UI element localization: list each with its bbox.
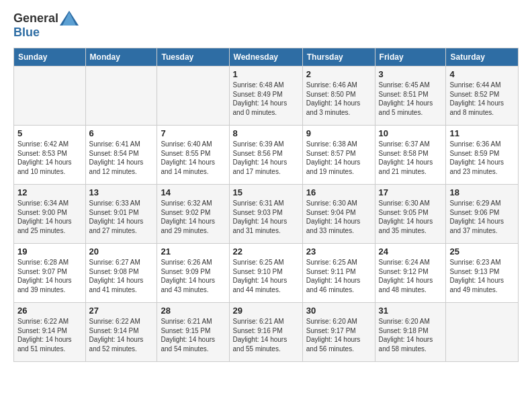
calendar-cell (14, 66, 86, 126)
day-number: 6 (89, 128, 154, 138)
day-info: Sunrise: 6:24 AMSunset: 9:12 PMDaylight:… (379, 258, 443, 294)
day-info: Sunrise: 6:22 AMSunset: 9:14 PMDaylight:… (17, 317, 82, 353)
calendar-cell: 22Sunrise: 6:25 AMSunset: 9:10 PMDayligh… (229, 244, 302, 303)
calendar-cell: 9Sunrise: 6:38 AMSunset: 8:57 PMDaylight… (302, 126, 375, 185)
calendar-cell: 28Sunrise: 6:21 AMSunset: 9:15 PMDayligh… (157, 303, 229, 362)
day-number: 4 (449, 69, 515, 79)
calendar-cell: 16Sunrise: 6:30 AMSunset: 9:04 PMDayligh… (302, 185, 375, 244)
day-info: Sunrise: 6:34 AMSunset: 9:00 PMDaylight:… (17, 199, 82, 235)
day-info: Sunrise: 6:30 AMSunset: 9:04 PMDaylight:… (306, 199, 371, 235)
calendar-cell (446, 303, 519, 362)
logo: GeneralBlue (13, 11, 79, 40)
day-number: 31 (379, 306, 443, 316)
calendar-cell: 31Sunrise: 6:20 AMSunset: 9:18 PMDayligh… (375, 303, 446, 362)
weekday-header: Friday (375, 48, 446, 66)
calendar-cell: 5Sunrise: 6:42 AMSunset: 8:53 PMDaylight… (14, 126, 86, 185)
day-info: Sunrise: 6:38 AMSunset: 8:57 PMDaylight:… (306, 140, 371, 176)
day-info: Sunrise: 6:44 AMSunset: 8:52 PMDaylight:… (449, 81, 515, 117)
calendar-cell: 11Sunrise: 6:36 AMSunset: 8:59 PMDayligh… (446, 126, 519, 185)
calendar-cell: 12Sunrise: 6:34 AMSunset: 9:00 PMDayligh… (14, 185, 86, 244)
day-info: Sunrise: 6:31 AMSunset: 9:03 PMDaylight:… (233, 199, 299, 235)
calendar-cell: 17Sunrise: 6:30 AMSunset: 9:05 PMDayligh… (375, 185, 446, 244)
calendar-row: 5Sunrise: 6:42 AMSunset: 8:53 PMDaylight… (14, 126, 519, 185)
header: GeneralBlue (13, 11, 519, 40)
day-info: Sunrise: 6:40 AMSunset: 8:55 PMDaylight:… (161, 140, 225, 176)
weekday-header: Tuesday (157, 48, 229, 66)
day-info: Sunrise: 6:30 AMSunset: 9:05 PMDaylight:… (379, 199, 443, 235)
calendar-cell: 20Sunrise: 6:27 AMSunset: 9:08 PMDayligh… (85, 244, 157, 303)
day-number: 27 (89, 306, 154, 316)
calendar-cell: 1Sunrise: 6:48 AMSunset: 8:49 PMDaylight… (229, 66, 302, 126)
day-number: 17 (379, 187, 443, 197)
calendar-cell: 21Sunrise: 6:26 AMSunset: 9:09 PMDayligh… (157, 244, 229, 303)
day-number: 21 (161, 246, 225, 257)
day-info: Sunrise: 6:27 AMSunset: 9:08 PMDaylight:… (89, 258, 154, 294)
day-number: 20 (89, 246, 154, 257)
day-number: 15 (233, 187, 299, 197)
weekday-header: Thursday (302, 48, 375, 66)
day-number: 16 (306, 187, 371, 197)
day-number: 14 (161, 187, 225, 197)
day-number: 3 (379, 69, 443, 79)
day-number: 22 (233, 246, 299, 257)
logo-icon (60, 11, 79, 26)
day-info: Sunrise: 6:20 AMSunset: 9:18 PMDaylight:… (379, 317, 443, 353)
day-info: Sunrise: 6:25 AMSunset: 9:11 PMDaylight:… (306, 258, 371, 294)
calendar-row: 1Sunrise: 6:48 AMSunset: 8:49 PMDaylight… (14, 66, 519, 126)
weekday-header: Wednesday (229, 48, 302, 66)
day-number: 5 (17, 128, 82, 138)
weekday-header: Sunday (14, 48, 86, 66)
calendar-cell: 8Sunrise: 6:39 AMSunset: 8:56 PMDaylight… (229, 126, 302, 185)
calendar-cell: 29Sunrise: 6:21 AMSunset: 9:16 PMDayligh… (229, 303, 302, 362)
day-number: 7 (161, 128, 225, 138)
day-number: 12 (17, 187, 82, 197)
calendar-cell: 25Sunrise: 6:23 AMSunset: 9:13 PMDayligh… (446, 244, 519, 303)
day-number: 18 (449, 187, 515, 197)
day-number: 10 (379, 128, 443, 138)
calendar-cell: 15Sunrise: 6:31 AMSunset: 9:03 PMDayligh… (229, 185, 302, 244)
day-info: Sunrise: 6:33 AMSunset: 9:01 PMDaylight:… (89, 199, 154, 235)
day-info: Sunrise: 6:20 AMSunset: 9:17 PMDaylight:… (306, 317, 371, 353)
day-number: 9 (306, 128, 371, 138)
calendar-cell: 27Sunrise: 6:22 AMSunset: 9:14 PMDayligh… (85, 303, 157, 362)
day-info: Sunrise: 6:39 AMSunset: 8:56 PMDaylight:… (233, 140, 299, 176)
day-number: 11 (449, 128, 515, 138)
day-number: 30 (306, 306, 371, 316)
day-number: 19 (17, 246, 82, 257)
calendar-cell (157, 66, 229, 126)
day-number: 25 (449, 246, 515, 257)
calendar-cell: 30Sunrise: 6:20 AMSunset: 9:17 PMDayligh… (302, 303, 375, 362)
calendar-cell: 2Sunrise: 6:46 AMSunset: 8:50 PMDaylight… (302, 66, 375, 126)
logo-general-text: General (13, 11, 58, 26)
day-info: Sunrise: 6:32 AMSunset: 9:02 PMDaylight:… (161, 199, 225, 235)
day-info: Sunrise: 6:21 AMSunset: 9:15 PMDaylight:… (161, 317, 225, 353)
calendar-cell: 18Sunrise: 6:29 AMSunset: 9:06 PMDayligh… (446, 185, 519, 244)
weekday-header: Monday (85, 48, 157, 66)
calendar-cell: 4Sunrise: 6:44 AMSunset: 8:52 PMDaylight… (446, 66, 519, 126)
calendar-table: SundayMondayTuesdayWednesdayThursdayFrid… (13, 48, 519, 362)
calendar-cell: 26Sunrise: 6:22 AMSunset: 9:14 PMDayligh… (14, 303, 86, 362)
weekday-header: Saturday (446, 48, 519, 66)
calendar-cell: 14Sunrise: 6:32 AMSunset: 9:02 PMDayligh… (157, 185, 229, 244)
day-number: 8 (233, 128, 299, 138)
day-number: 23 (306, 246, 371, 257)
calendar-cell: 6Sunrise: 6:41 AMSunset: 8:54 PMDaylight… (85, 126, 157, 185)
day-info: Sunrise: 6:41 AMSunset: 8:54 PMDaylight:… (89, 140, 154, 176)
calendar-header-row: SundayMondayTuesdayWednesdayThursdayFrid… (14, 48, 519, 66)
calendar-cell: 24Sunrise: 6:24 AMSunset: 9:12 PMDayligh… (375, 244, 446, 303)
day-info: Sunrise: 6:22 AMSunset: 9:14 PMDaylight:… (89, 317, 154, 353)
day-number: 13 (89, 187, 154, 197)
day-number: 26 (17, 306, 82, 316)
day-info: Sunrise: 6:26 AMSunset: 9:09 PMDaylight:… (161, 258, 225, 294)
day-info: Sunrise: 6:29 AMSunset: 9:06 PMDaylight:… (449, 199, 515, 235)
page: GeneralBlue SundayMondayTuesdayWednesday… (0, 0, 532, 373)
calendar-cell: 13Sunrise: 6:33 AMSunset: 9:01 PMDayligh… (85, 185, 157, 244)
day-info: Sunrise: 6:36 AMSunset: 8:59 PMDaylight:… (449, 140, 515, 176)
day-info: Sunrise: 6:48 AMSunset: 8:49 PMDaylight:… (233, 81, 299, 117)
calendar-cell: 7Sunrise: 6:40 AMSunset: 8:55 PMDaylight… (157, 126, 229, 185)
day-info: Sunrise: 6:37 AMSunset: 8:58 PMDaylight:… (379, 140, 443, 176)
day-info: Sunrise: 6:21 AMSunset: 9:16 PMDaylight:… (233, 317, 299, 353)
calendar-row: 19Sunrise: 6:28 AMSunset: 9:07 PMDayligh… (14, 244, 519, 303)
calendar-cell (85, 66, 157, 126)
calendar-row: 26Sunrise: 6:22 AMSunset: 9:14 PMDayligh… (14, 303, 519, 362)
